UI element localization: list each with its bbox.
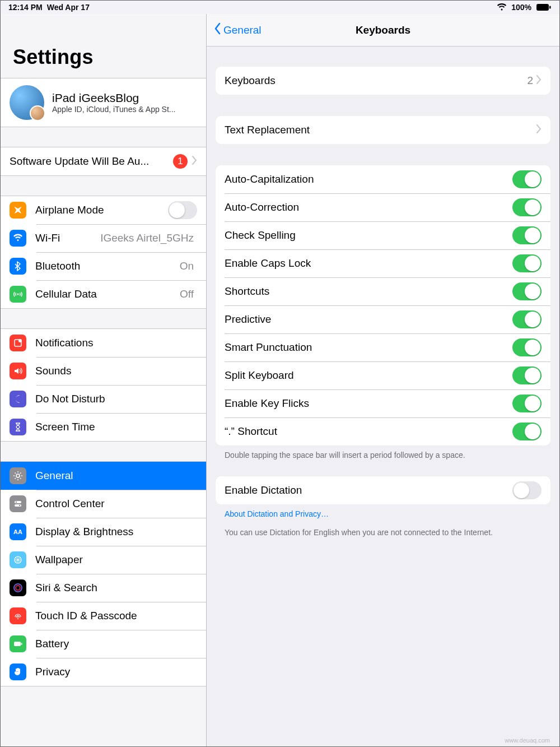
dictation-footer: You can use Dictation for English when y… bbox=[207, 519, 559, 538]
wallpaper-row[interactable]: Wallpaper bbox=[1, 546, 206, 574]
siri-icon bbox=[10, 579, 26, 596]
apple-id-row[interactable]: iPad iGeeksBlog Apple ID, iCloud, iTunes… bbox=[1, 78, 206, 127]
bluetooth-icon bbox=[10, 258, 26, 275]
display-row[interactable]: AA Display & Brightness bbox=[1, 518, 206, 546]
privacy-row[interactable]: Privacy bbox=[1, 658, 206, 686]
text-replacement-row[interactable]: Text Replacement bbox=[216, 116, 550, 144]
key-flicks-row[interactable]: Enable Key Flicks bbox=[216, 389, 550, 417]
period-shortcut-toggle[interactable] bbox=[512, 423, 542, 440]
apple-id-subtitle: Apple ID, iCloud, iTunes & App St... bbox=[52, 105, 192, 114]
wifi-row[interactable]: Wi-Fi IGeeks Airtel_5GHz bbox=[1, 224, 206, 252]
svg-rect-7 bbox=[15, 504, 21, 507]
status-bar: 12:14 PM Wed Apr 17 100% bbox=[1, 1, 559, 14]
check-spelling-toggle[interactable] bbox=[512, 226, 542, 244]
key-flicks-toggle[interactable] bbox=[512, 395, 542, 412]
battery-pct: 100% bbox=[511, 3, 531, 12]
fingerprint-icon bbox=[10, 607, 26, 624]
chevron-right-icon bbox=[192, 156, 197, 167]
display-icon: AA bbox=[10, 523, 26, 540]
battery-icon bbox=[10, 635, 26, 652]
hourglass-icon bbox=[10, 419, 26, 435]
cellular-row[interactable]: Cellular Data Off bbox=[1, 280, 206, 308]
predictive-toggle[interactable] bbox=[512, 310, 542, 328]
toggles-footer: Double tapping the space bar will insert… bbox=[207, 446, 559, 461]
apple-id-name: iPad iGeeksBlog bbox=[52, 91, 192, 105]
wallpaper-icon bbox=[10, 551, 26, 568]
caps-lock-toggle[interactable] bbox=[512, 254, 542, 272]
hand-icon bbox=[10, 664, 26, 680]
battery-icon bbox=[536, 3, 552, 11]
auto-capitalization-row[interactable]: Auto-Capitalization bbox=[216, 165, 550, 193]
back-button[interactable]: General bbox=[207, 22, 262, 38]
auto-capitalization-toggle[interactable] bbox=[512, 170, 542, 188]
auto-correction-toggle[interactable] bbox=[512, 198, 542, 216]
general-row[interactable]: General bbox=[1, 462, 206, 490]
svg-rect-1 bbox=[549, 6, 551, 9]
detail-header: General Keyboards bbox=[207, 14, 559, 47]
predictive-row[interactable]: Predictive bbox=[216, 305, 550, 333]
svg-rect-0 bbox=[536, 4, 549, 11]
airplane-toggle[interactable] bbox=[168, 201, 197, 219]
svg-point-4 bbox=[18, 339, 22, 342]
svg-point-9 bbox=[19, 505, 20, 506]
svg-point-2 bbox=[17, 294, 19, 295]
smart-punctuation-row[interactable]: Smart Punctuation bbox=[216, 333, 550, 361]
split-keyboard-toggle[interactable] bbox=[512, 366, 542, 384]
shortcuts-toggle[interactable] bbox=[512, 282, 542, 300]
svg-rect-6 bbox=[15, 501, 21, 503]
siri-row[interactable]: Siri & Search bbox=[1, 574, 206, 602]
airplane-mode-row[interactable]: Airplane Mode bbox=[1, 196, 206, 224]
status-time: 12:14 PM bbox=[8, 3, 43, 12]
svg-point-8 bbox=[16, 502, 17, 503]
period-shortcut-row[interactable]: “.” Shortcut bbox=[216, 417, 550, 446]
control-center-row[interactable]: Control Center bbox=[1, 490, 206, 518]
wifi-icon bbox=[10, 230, 26, 247]
software-update-label: Software Update Will Be Au... bbox=[10, 155, 173, 168]
settings-title: Settings bbox=[1, 14, 206, 78]
sounds-icon bbox=[10, 363, 26, 379]
dnd-row[interactable]: Do Not Disturb bbox=[1, 385, 206, 413]
notifications-icon bbox=[10, 335, 26, 351]
auto-correction-row[interactable]: Auto-Correction bbox=[216, 193, 550, 221]
dictation-row[interactable]: Enable Dictation bbox=[216, 476, 550, 504]
chevron-right-icon bbox=[536, 124, 542, 136]
bluetooth-row[interactable]: Bluetooth On bbox=[1, 252, 206, 280]
keyboards-row[interactable]: Keyboards 2 bbox=[216, 67, 550, 95]
keyboards-count: 2 bbox=[527, 75, 533, 87]
notifications-row[interactable]: Notifications bbox=[1, 329, 206, 357]
switches-icon bbox=[10, 495, 26, 512]
check-spelling-row[interactable]: Check Spelling bbox=[216, 221, 550, 249]
chevron-left-icon bbox=[212, 22, 222, 38]
gear-icon bbox=[10, 467, 26, 484]
wifi-icon bbox=[497, 3, 507, 11]
caps-lock-row[interactable]: Enable Caps Lock bbox=[216, 249, 550, 277]
svg-point-5 bbox=[16, 474, 20, 477]
shortcuts-row[interactable]: Shortcuts bbox=[216, 277, 550, 305]
cellular-icon bbox=[10, 286, 26, 303]
watermark: www.deuaq.com bbox=[505, 737, 550, 744]
svg-rect-16 bbox=[21, 643, 22, 645]
svg-point-13 bbox=[14, 584, 22, 592]
smart-punctuation-toggle[interactable] bbox=[512, 338, 542, 356]
svg-text:AA: AA bbox=[13, 528, 22, 535]
dictation-link[interactable]: About Dictation and Privacy… bbox=[207, 504, 559, 519]
moon-icon bbox=[10, 391, 26, 407]
svg-rect-15 bbox=[14, 642, 21, 646]
svg-point-14 bbox=[16, 586, 20, 590]
status-date: Wed Apr 17 bbox=[47, 3, 90, 12]
screentime-row[interactable]: Screen Time bbox=[1, 413, 206, 441]
badge: 1 bbox=[173, 154, 188, 169]
wifi-value: IGeeks Airtel_5GHz bbox=[100, 232, 194, 244]
avatar bbox=[10, 85, 44, 120]
sounds-row[interactable]: Sounds bbox=[1, 357, 206, 385]
chevron-right-icon bbox=[536, 75, 542, 86]
split-keyboard-row[interactable]: Split Keyboard bbox=[216, 361, 550, 389]
battery-row[interactable]: Battery bbox=[1, 630, 206, 658]
dictation-toggle[interactable] bbox=[512, 481, 542, 499]
touchid-row[interactable]: Touch ID & Passcode bbox=[1, 602, 206, 630]
airplane-icon bbox=[10, 202, 26, 219]
software-update-row[interactable]: Software Update Will Be Au... 1 bbox=[1, 147, 206, 175]
